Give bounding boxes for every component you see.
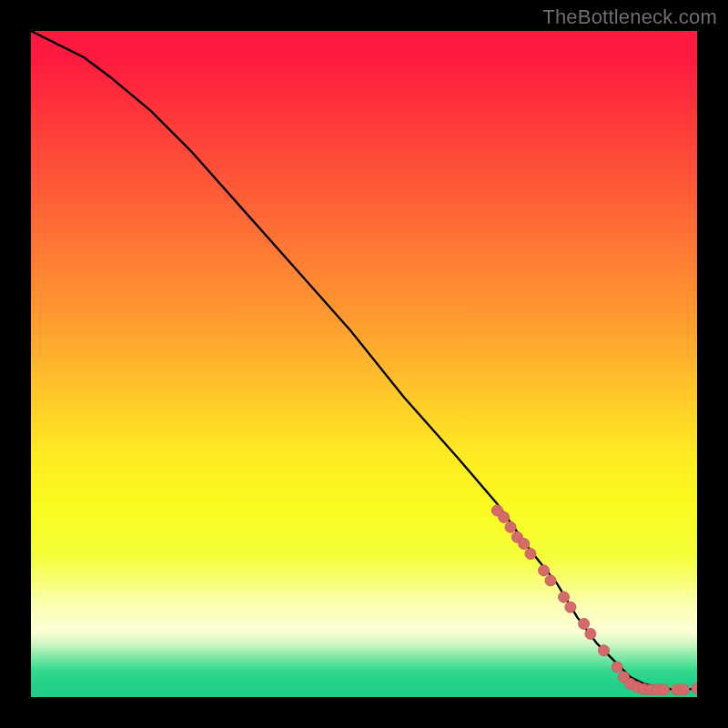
data-marker: [692, 683, 697, 694]
data-marker: [559, 592, 570, 602]
data-marker: [499, 511, 510, 522]
data-marker: [612, 662, 622, 672]
data-marker: [545, 575, 556, 586]
marker-group: [491, 505, 697, 695]
data-marker: [539, 565, 550, 576]
plot-area: [31, 31, 697, 697]
data-marker: [585, 629, 596, 640]
bottleneck-curve: [31, 31, 697, 690]
data-marker: [505, 521, 516, 532]
data-marker: [658, 684, 669, 695]
chart-frame: TheBottleneck.com: [0, 0, 728, 728]
data-marker: [519, 539, 530, 550]
curve-layer: [31, 31, 697, 697]
data-marker: [678, 684, 689, 695]
watermark-text: TheBottleneck.com: [542, 5, 717, 29]
data-marker: [525, 549, 536, 560]
data-marker: [599, 645, 610, 656]
data-marker: [565, 602, 576, 612]
data-marker: [579, 619, 590, 630]
